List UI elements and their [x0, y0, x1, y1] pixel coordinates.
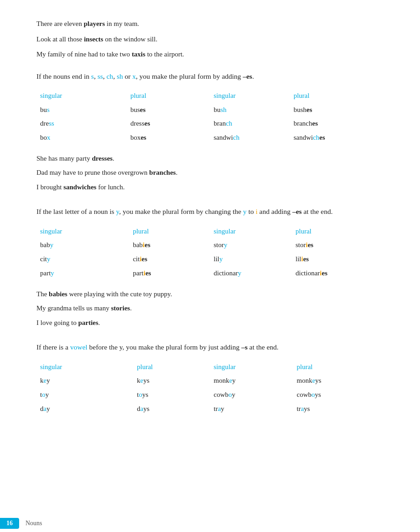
plural-stories: stories [292, 238, 384, 252]
plural-buses: buses [127, 103, 210, 117]
plural-babies: babies [129, 238, 210, 252]
bold-insects: insects [84, 35, 103, 43]
singular-day: day [36, 402, 133, 416]
plural-boxes: boxes [127, 131, 210, 145]
vowel-y-table-right: singular plural monkey monkeys cowboy co… [210, 360, 384, 416]
singular-key: key [36, 374, 133, 388]
singular-cowboy: cowboy [210, 388, 293, 402]
plural-cowboys: cowboys [293, 388, 384, 402]
singular-header-left-2: singular [36, 224, 129, 238]
vowel-y-table-left: singular plural key keys toy toys day da… [36, 360, 210, 416]
plural-monkeys: monkeys [293, 374, 384, 388]
singular-header-left-1: singular [36, 89, 127, 103]
plural-keys: keys [133, 374, 210, 388]
es-example-2: Dad may have to prune those overgrown br… [36, 167, 384, 179]
plural-trays: trays [293, 402, 384, 416]
plural-days: days [133, 402, 210, 416]
singular-header-right-2: singular [210, 224, 292, 238]
singular-party: party [36, 266, 129, 280]
highlight-ss: ss [97, 72, 103, 80]
page-number: 16 [0, 518, 19, 529]
es-table-right: singular plural bush bushes branch branc… [210, 89, 384, 145]
footer: 16 Nouns [0, 515, 420, 532]
page-label: Nouns [26, 520, 42, 527]
singular-header-left-3: singular [36, 360, 133, 374]
es-example-1: She has many party dresses. [36, 153, 384, 165]
highlight-x: x [133, 72, 136, 80]
vowel-y-rule-text: If there is a vowel before the y, you ma… [36, 341, 384, 353]
es-example-3: I brought sandwiches for lunch. [36, 182, 384, 193]
singular-box: box [36, 131, 127, 145]
plural-header-left-3: plural [133, 360, 210, 374]
singular-header-right-3: singular [210, 360, 293, 374]
plural-lilies: lilies [292, 252, 384, 266]
plural-dresses: dresses [127, 117, 210, 131]
plural-cities: cities [129, 252, 210, 266]
plural-header-left-1: plural [127, 89, 210, 103]
plural-header-left-2: plural [129, 224, 210, 238]
intro-section: There are eleven players in my team. Loo… [36, 18, 384, 61]
es-examples: She has many party dresses. Dad may have… [36, 153, 384, 193]
vowel-y-tables: singular plural key keys toy toys day da… [36, 360, 384, 416]
bold-taxis: taxis [132, 51, 145, 58]
plural-sandwiches: sandwiches [290, 131, 384, 145]
y-ies-example-1: The babies were playing with the cute to… [36, 289, 384, 300]
highlight-y-1: y [116, 208, 119, 215]
section-y-ies-rule: If the last letter of a noun is y, you m… [36, 206, 384, 329]
es-tables: singular plural bus buses dress dresses … [36, 89, 384, 145]
y-ies-rule-text: If the last letter of a noun is y, you m… [36, 206, 384, 218]
singular-bush: bush [210, 103, 290, 117]
singular-tray: tray [210, 402, 293, 416]
singular-dress: dress [36, 117, 127, 131]
plural-header-right-2: plural [292, 224, 384, 238]
highlight-vowel: vowel [70, 343, 87, 351]
section-es-rule: If the nouns end in s, ss, ch, sh or x, … [36, 71, 384, 193]
section-vowel-y-rule: If there is a vowel before the y, you ma… [36, 341, 384, 415]
intro-sentence-1: There are eleven players in my team. [36, 18, 384, 30]
singular-baby: baby [36, 238, 129, 252]
singular-lily: lily [210, 252, 292, 266]
y-ies-example-2: My grandma tells us many stories. [36, 303, 384, 314]
highlight-ch: ch [107, 72, 113, 80]
y-ies-example-3: I love going to parties. [36, 317, 384, 329]
intro-sentence-3: My family of nine had to take two taxis … [36, 49, 384, 61]
plural-header-right-1: plural [290, 89, 384, 103]
bold-es: –es [243, 72, 252, 80]
singular-header-right-1: singular [210, 89, 290, 103]
singular-monkey: monkey [210, 374, 293, 388]
singular-dictionary: dictionary [210, 266, 292, 280]
highlight-y-2: y [243, 208, 247, 215]
bold-players: players [84, 20, 105, 27]
es-table-left: singular plural bus buses dress dresses … [36, 89, 210, 145]
singular-sandwich: sandwich [210, 131, 290, 145]
y-ies-table-left: singular plural baby babies city cities … [36, 224, 210, 280]
highlight-s: s [91, 72, 94, 80]
plural-dictionaries: dictionaries [292, 266, 384, 280]
y-ies-tables: singular plural baby babies city cities … [36, 224, 384, 280]
singular-toy: toy [36, 388, 133, 402]
plural-parties: parties [129, 266, 210, 280]
plural-toys: toys [133, 388, 210, 402]
plural-header-right-3: plural [293, 360, 384, 374]
singular-city: city [36, 252, 129, 266]
plural-branches: branches [290, 117, 384, 131]
highlight-sh: sh [117, 72, 123, 80]
plural-bushes: bushes [290, 103, 384, 117]
highlight-i-rule: i [256, 208, 257, 215]
y-ies-table-right: singular plural story stories lily lilie… [210, 224, 384, 280]
singular-branch: branch [210, 117, 290, 131]
es-rule-text: If the nouns end in s, ss, ch, sh or x, … [36, 71, 384, 82]
intro-sentence-2: Look at all those insects on the window … [36, 34, 384, 46]
singular-story: story [210, 238, 292, 252]
y-ies-examples: The babies were playing with the cute to… [36, 289, 384, 329]
singular-bus: bus [36, 103, 127, 117]
